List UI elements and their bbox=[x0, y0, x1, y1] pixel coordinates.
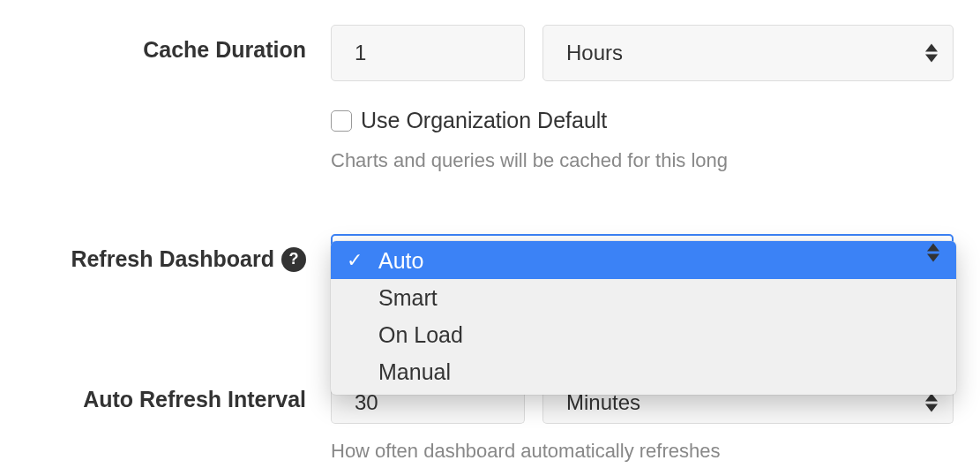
dropdown-option-auto[interactable]: ✓ Auto bbox=[331, 241, 956, 279]
auto-refresh-interval-label: Auto Refresh Interval bbox=[26, 381, 331, 412]
refresh-dashboard-row: Refresh Dashboard ? Auto ✓ Auto Smart On… bbox=[26, 234, 954, 291]
cache-duration-input-pair: Hours bbox=[331, 25, 954, 81]
use-org-default-checkbox[interactable] bbox=[331, 110, 352, 132]
cache-duration-label: Cache Duration bbox=[26, 25, 331, 63]
refresh-dashboard-dropdown: ✓ Auto Smart On Load Manual bbox=[331, 241, 956, 395]
cache-duration-unit-value: Hours bbox=[542, 25, 954, 81]
auto-refresh-interval-help-text: How often dashboard automatically refres… bbox=[331, 440, 954, 463]
dropdown-option-onload[interactable]: On Load bbox=[331, 316, 956, 353]
help-icon[interactable]: ? bbox=[281, 247, 306, 272]
cache-duration-value-input[interactable] bbox=[331, 25, 525, 81]
dropdown-option-smart[interactable]: Smart bbox=[331, 279, 956, 316]
refresh-dashboard-controls: Auto ✓ Auto Smart On Load Manual bbox=[331, 234, 954, 291]
use-org-default-label: Use Organization Default bbox=[361, 108, 607, 133]
dropdown-option-label: On Load bbox=[378, 322, 463, 347]
cache-duration-help-text: Charts and queries will be cached for th… bbox=[331, 149, 954, 172]
dropdown-option-label: Smart bbox=[378, 285, 438, 310]
checkmark-icon: ✓ bbox=[347, 243, 363, 278]
cache-duration-unit-select[interactable]: Hours bbox=[542, 25, 954, 81]
dropdown-option-manual[interactable]: Manual bbox=[331, 353, 956, 395]
cache-duration-row: Cache Duration Hours Use Organization De… bbox=[26, 25, 954, 172]
refresh-dashboard-label-col: Refresh Dashboard ? bbox=[26, 234, 331, 272]
refresh-dashboard-label: Refresh Dashboard bbox=[71, 246, 274, 272]
cache-duration-controls: Hours Use Organization Default Charts an… bbox=[331, 25, 954, 172]
dropdown-option-label: Manual bbox=[378, 359, 451, 384]
dropdown-option-label: Auto bbox=[378, 248, 423, 273]
use-org-default-row: Use Organization Default bbox=[331, 108, 954, 133]
